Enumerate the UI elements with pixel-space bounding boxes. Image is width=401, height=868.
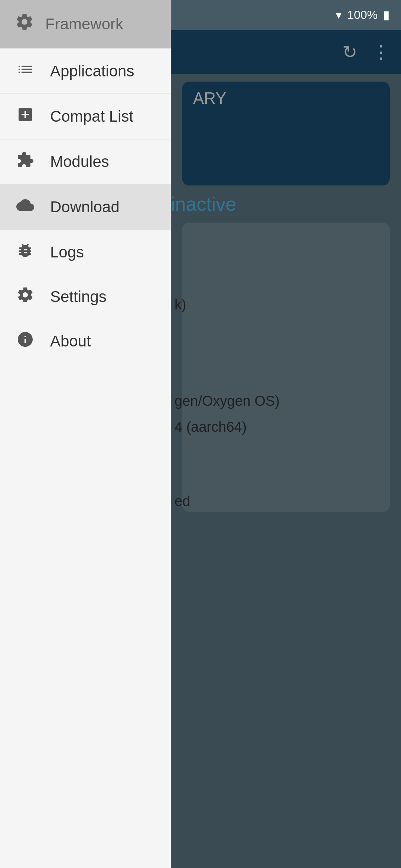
status-bar-right: ▾ 100% ▮: [336, 8, 390, 22]
drawer-header-title: Framework: [45, 15, 123, 33]
battery-percentage: 100%: [347, 8, 378, 22]
applications-icon: [15, 60, 35, 82]
sidebar-item-modules[interactable]: Modules: [0, 139, 171, 184]
download-icon: [15, 196, 35, 218]
drawer-spacer: [0, 364, 171, 868]
settings-label: Settings: [50, 288, 107, 306]
compat-list-icon: [15, 106, 35, 128]
modules-icon: [15, 151, 35, 173]
sidebar-item-download[interactable]: Download: [0, 185, 171, 229]
navigation-drawer: Framework Applications Compat List Modul…: [0, 0, 171, 868]
wifi-icon: ▾: [336, 8, 342, 22]
modules-label: Modules: [50, 153, 109, 171]
sidebar-item-compat-list[interactable]: Compat List: [0, 94, 171, 139]
applications-label: Applications: [50, 62, 134, 80]
sidebar-item-applications[interactable]: Applications: [0, 49, 171, 93]
logs-icon: [15, 241, 35, 263]
logs-label: Logs: [50, 243, 84, 261]
about-label: About: [50, 332, 91, 350]
settings-icon: [15, 286, 35, 308]
sidebar-item-logs[interactable]: Logs: [0, 230, 171, 274]
sidebar-item-settings[interactable]: Settings: [0, 274, 171, 319]
battery-icon: ▮: [383, 8, 390, 22]
about-icon: [15, 331, 35, 352]
framework-icon: [15, 12, 34, 36]
sidebar-item-about[interactable]: About: [0, 319, 171, 364]
download-label: Download: [50, 198, 120, 216]
compat-list-label: Compat List: [50, 108, 133, 125]
drawer-header: Framework: [0, 0, 171, 48]
